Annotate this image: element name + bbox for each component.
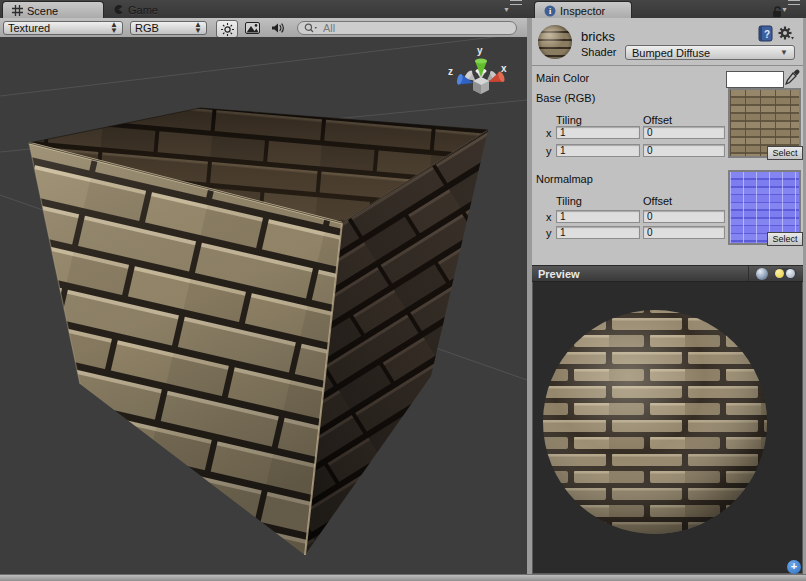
svg-text:?: ? xyxy=(764,29,770,40)
help-book-icon[interactable]: ? xyxy=(758,25,774,46)
normalmap-label: Normalmap xyxy=(536,173,593,185)
gizmo-x-label: x xyxy=(501,63,507,74)
normalmap-offset-x-field[interactable] xyxy=(643,210,725,223)
main-color-label: Main Color xyxy=(536,72,589,84)
tab-inspector-label: Inspector xyxy=(560,5,605,17)
shader-label: Shader xyxy=(581,46,616,58)
header-divider xyxy=(532,65,803,66)
normalmap-tiling-y-field[interactable] xyxy=(556,226,640,239)
preview-area[interactable]: + xyxy=(532,282,803,574)
color-mode-value: RGB xyxy=(135,22,159,34)
preview-shape-button[interactable] xyxy=(756,268,768,280)
preview-lighting-toggle[interactable] xyxy=(774,268,797,280)
magnifier-icon xyxy=(304,23,318,33)
base-tiling-x-field[interactable] xyxy=(556,126,640,139)
gizmo-z-label: z xyxy=(448,66,453,77)
normalmap-tiling-header: Tiling xyxy=(556,195,582,207)
scene-panel-menu-icon[interactable]: ▼ xyxy=(506,3,526,14)
preview-header[interactable]: Preview xyxy=(532,265,803,282)
speaker-icon xyxy=(271,22,285,34)
base-offset-x-field[interactable] xyxy=(643,126,725,139)
base-tiling-header: Tiling xyxy=(556,114,582,126)
inspector-panel-menu-icon[interactable]: ▼ xyxy=(784,3,804,14)
base-select-button[interactable]: Select xyxy=(767,146,803,160)
gear-icon[interactable] xyxy=(778,26,795,45)
normalmap-x-label: x xyxy=(546,211,552,223)
info-icon: i xyxy=(544,5,556,17)
preview-add-button[interactable]: + xyxy=(787,560,801,574)
base-x-label: x xyxy=(546,127,552,139)
scene-toolbar: Textured ▲▼ RGB ▲▼ xyxy=(0,18,527,38)
normalmap-offset-header: Offset xyxy=(643,195,672,207)
normalmap-tiling-x-field[interactable] xyxy=(556,210,640,223)
grid-icon xyxy=(12,5,23,16)
tab-scene[interactable]: Scene xyxy=(2,1,104,19)
brick-cube[interactable] xyxy=(29,108,488,555)
main-color-swatch[interactable] xyxy=(726,71,784,88)
normalmap-offset-y-field[interactable] xyxy=(643,226,725,239)
normalmap-select-button[interactable]: Select xyxy=(767,232,803,246)
normalmap-y-label: y xyxy=(546,227,552,239)
scene-viewport[interactable]: y x z xyxy=(0,37,527,574)
updown-arrows-icon: ▲▼ xyxy=(110,22,118,34)
scene-3d-render: y x z xyxy=(0,37,527,574)
unity-editor-window: { "scene": { "tabs": [ { "label": "Scene… xyxy=(0,0,806,581)
gizmo-y-label: y xyxy=(477,45,483,56)
light-on-icon xyxy=(775,269,784,278)
light-off-icon xyxy=(786,269,795,278)
tab-game[interactable]: Game xyxy=(104,1,167,18)
base-tiling-y-field[interactable] xyxy=(556,144,640,157)
image-icon xyxy=(245,22,260,34)
search-input[interactable] xyxy=(321,21,495,35)
tab-game-label: Game xyxy=(128,4,158,16)
tab-scene-label: Scene xyxy=(27,5,58,17)
base-map-label: Base (RGB) xyxy=(536,92,595,104)
audio-toggle[interactable] xyxy=(268,20,288,36)
color-mode-dropdown[interactable]: RGB ▲▼ xyxy=(130,21,207,35)
gizmo-y-axis xyxy=(475,58,487,77)
base-y-label: y xyxy=(546,145,552,157)
search-field[interactable] xyxy=(297,21,517,35)
game-icon xyxy=(113,4,124,15)
updown-arrows-icon: ▲▼ xyxy=(194,22,202,34)
base-offset-header: Offset xyxy=(643,114,672,126)
preview-title: Preview xyxy=(538,268,580,280)
sun-icon xyxy=(221,23,234,36)
lighting-toggle[interactable] xyxy=(216,20,238,38)
tab-inspector[interactable]: i Inspector xyxy=(534,1,632,19)
orientation-gizmo[interactable]: y x z xyxy=(448,45,507,94)
shader-value: Bumped Diffuse xyxy=(632,47,710,59)
draw-mode-dropdown[interactable]: Textured ▲▼ xyxy=(3,21,123,35)
material-name: bricks xyxy=(581,29,615,44)
chevron-down-icon: ▼ xyxy=(780,48,788,57)
fx-toggle[interactable] xyxy=(242,20,262,36)
base-offset-y-field[interactable] xyxy=(643,144,725,157)
shader-dropdown[interactable]: Bumped Diffuse ▼ xyxy=(625,45,795,60)
draw-mode-value: Textured xyxy=(8,22,50,34)
window-bottom-edge xyxy=(0,574,806,581)
eyedropper-icon[interactable] xyxy=(785,69,801,90)
material-preview-sphere[interactable] xyxy=(533,282,802,572)
inspector-panel: bricks Shader Bumped Diffuse ▼ ? Main Co… xyxy=(532,18,803,574)
material-thumbnail[interactable] xyxy=(538,25,572,59)
